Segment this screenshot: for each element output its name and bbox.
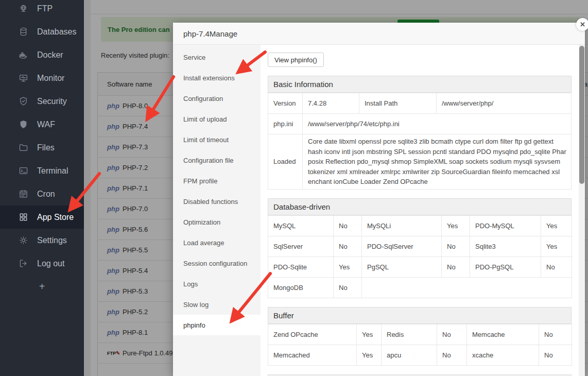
- sidebar-item-waf[interactable]: WAF: [0, 113, 84, 136]
- php-manage-modal: php-7.4Manage ✕ ServiceInstall extension…: [173, 23, 585, 376]
- sidebar-item-files[interactable]: Files: [0, 136, 84, 159]
- extension-status: Yes: [541, 236, 572, 257]
- monitor-icon: [19, 73, 29, 83]
- ftp-icon: [19, 4, 29, 14]
- extension-status: Yes: [334, 257, 362, 277]
- extension-name: Memcache: [467, 324, 539, 345]
- modal-menu-item-limit-of-timeout[interactable]: Limit of timeout: [173, 129, 261, 150]
- loaded-label: Loaded: [268, 134, 303, 190]
- sidebar-item-log-out[interactable]: Log out: [0, 252, 84, 275]
- extension-name: Memcached: [268, 345, 357, 365]
- shield-check-icon: [19, 96, 29, 107]
- extension-status: Yes: [541, 215, 572, 236]
- install-path-value: /www/server/php/: [437, 93, 572, 114]
- sidebar-item-label: App Store: [37, 213, 74, 222]
- buffer-table: Zend OPcacheYesRedisNoMemcacheNoMemcache…: [268, 324, 572, 366]
- sidebar-item-label: Terminal: [37, 166, 68, 176]
- modal-menu: ServiceInstall extensionsConfigurationLi…: [173, 45, 261, 376]
- table-row: PDO-SqliteYesPgSQLNoPDO-PgSQLNo: [268, 257, 572, 277]
- sidebar-item-label: Files: [37, 143, 55, 152]
- sidebar-item-security[interactable]: Security: [0, 90, 84, 113]
- sidebar-item-settings[interactable]: Settings: [0, 229, 84, 252]
- sidebar-item-databases[interactable]: Databases: [0, 20, 84, 43]
- modal-menu-item-configuration-file[interactable]: Configuration file: [173, 150, 261, 170]
- sidebar-item-app-store[interactable]: App Store: [0, 206, 84, 229]
- modal-menu-item-logs[interactable]: Logs: [173, 274, 261, 294]
- table-row: MongoDBNo: [268, 277, 572, 298]
- extension-status: No: [334, 236, 362, 257]
- sidebar-add-button[interactable]: +: [0, 275, 84, 298]
- extension-name: Redis: [382, 324, 437, 345]
- sidebar-item-label: Security: [37, 97, 67, 106]
- modal-menu-item-load-average[interactable]: Load average: [173, 232, 261, 253]
- extension-status: Yes: [357, 345, 382, 365]
- loaded-modules-value: Core date libxml openssl pcre sqlite3 zl…: [303, 134, 572, 190]
- modal-scrollbar[interactable]: [579, 45, 585, 376]
- modal-menu-item-install-extensions[interactable]: Install extensions: [173, 67, 261, 88]
- extension-status: No: [442, 257, 470, 277]
- close-icon[interactable]: ✕: [576, 18, 588, 31]
- extension-name: PDO-SqlServer: [362, 236, 442, 257]
- extension-name: Zend OPcache: [268, 324, 357, 345]
- sidebar-item-label: Databases: [37, 27, 77, 37]
- table-row: SqlServerNoPDO-SqlServerNoSqlite3Yes: [268, 236, 572, 257]
- sidebar-item-label: WAF: [37, 120, 55, 129]
- modal-menu-item-configuration[interactable]: Configuration: [173, 88, 261, 109]
- modal-menu-item-limit-of-upload[interactable]: Limit of upload: [173, 109, 261, 129]
- extension-name: PDO-Sqlite: [268, 257, 334, 277]
- extension-name: PDO-MySQL: [470, 215, 541, 236]
- table-row: MySQLNoMySQLiYesPDO-MySQLYes: [268, 215, 572, 236]
- modal-menu-item-fpm-profile[interactable]: FPM profile: [173, 170, 261, 191]
- scrollbar-thumb[interactable]: [579, 46, 584, 184]
- modal-menu-item-optimization[interactable]: Optimization: [173, 212, 261, 232]
- extension-name: apcu: [382, 345, 437, 365]
- sidebar-item-label: Cron: [37, 190, 55, 199]
- modal-menu-item-session-configuration[interactable]: Session configuration: [173, 253, 261, 274]
- shield-icon: [19, 119, 29, 130]
- docker-icon: [19, 50, 29, 60]
- modal-menu-item-disabled-functions[interactable]: Disabled functions: [173, 191, 261, 212]
- next-section-partial: [268, 374, 572, 376]
- sidebar-item-cron[interactable]: Cron: [0, 182, 84, 206]
- table-row: Zend OPcacheYesRedisNoMemcacheNo: [268, 324, 572, 345]
- extension-name: xcache: [467, 345, 539, 365]
- sidebar-item-terminal[interactable]: Terminal: [0, 159, 84, 182]
- extension-name: MongoDB: [268, 277, 334, 298]
- extension-name: Sqlite3: [470, 236, 541, 257]
- modal-menu-item-slow-log[interactable]: Slow log: [173, 294, 261, 315]
- modal-menu-item-service[interactable]: Service: [173, 47, 261, 67]
- extension-name: PgSQL: [362, 257, 442, 277]
- sidebar: FTPDatabasesDockerMonitorSecurityWAFFile…: [0, 0, 84, 376]
- sidebar-item-ftp[interactable]: FTP: [0, 0, 84, 20]
- extension-status: Yes: [357, 324, 382, 345]
- buffer-section: Buffer Zend OPcacheYesRedisNoMemcacheNoM…: [268, 307, 572, 366]
- extension-name: MySQLi: [362, 215, 442, 236]
- table-row: MemcachedYesapcuNoxcacheNo: [268, 345, 572, 365]
- sidebar-item-label: Settings: [37, 236, 67, 245]
- version-label: Version: [268, 93, 303, 114]
- sidebar-item-label: Log out: [37, 259, 64, 268]
- view-phpinfo-button[interactable]: View phpinfo(): [268, 53, 324, 67]
- sidebar-item-label: FTP: [37, 4, 53, 13]
- sidebar-item-monitor[interactable]: Monitor: [0, 66, 84, 90]
- extension-status: No: [539, 345, 572, 365]
- install-path-label: Install Path: [359, 93, 437, 114]
- sidebar-item-docker[interactable]: Docker: [0, 43, 84, 66]
- empty-cell: [362, 277, 572, 298]
- extension-status: No: [334, 277, 362, 298]
- terminal-icon: [19, 166, 29, 176]
- sidebar-item-label: Monitor: [37, 74, 64, 83]
- buffer-title: Buffer: [268, 307, 572, 324]
- extension-name: SqlServer: [268, 236, 334, 257]
- extension-name: PDO-PgSQL: [470, 257, 541, 277]
- sidebar-item-label: Docker: [37, 50, 63, 60]
- modal-menu-item-phpinfo[interactable]: phpinfo: [173, 315, 261, 335]
- folder-icon: [19, 143, 29, 153]
- database-icon: [19, 27, 29, 37]
- modal-header: php-7.4Manage ✕: [173, 23, 585, 45]
- app-root: The Pro edition can Recently visited plu…: [0, 0, 588, 376]
- modal-body: ServiceInstall extensionsConfigurationLi…: [173, 45, 585, 376]
- basic-information-title: Basic Information: [268, 76, 572, 93]
- extension-name: MySQL: [268, 215, 334, 236]
- basic-information-table: Version 7.4.28 Install Path /www/server/…: [268, 93, 572, 190]
